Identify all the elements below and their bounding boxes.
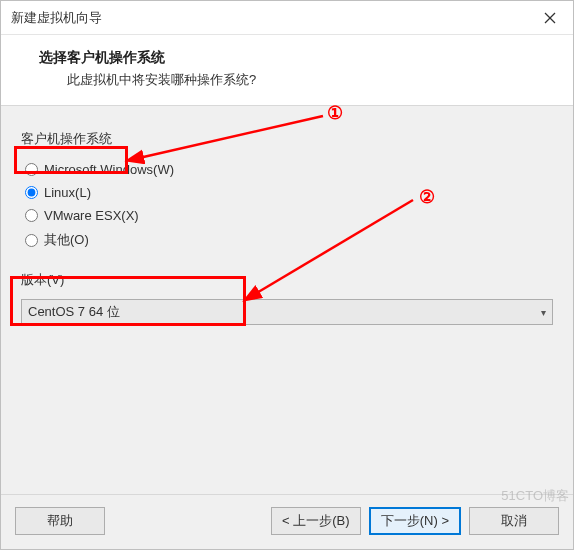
wizard-header: 选择客户机操作系统 此虚拟机中将安装哪种操作系统? bbox=[1, 35, 573, 106]
version-select-wrap: CentOS 7 64 位 ▾ bbox=[21, 299, 553, 325]
version-selected: CentOS 7 64 位 bbox=[28, 303, 120, 321]
radio-label: Microsoft Windows(W) bbox=[44, 162, 174, 177]
cancel-button[interactable]: 取消 bbox=[469, 507, 559, 535]
radio-label: VMware ESX(X) bbox=[44, 208, 139, 223]
page-title: 选择客户机操作系统 bbox=[39, 49, 551, 67]
back-button[interactable]: < 上一步(B) bbox=[271, 507, 361, 535]
next-button[interactable]: 下一步(N) > bbox=[369, 507, 461, 535]
version-label: 版本(V) bbox=[21, 271, 553, 289]
version-select[interactable]: CentOS 7 64 位 ▾ bbox=[21, 299, 553, 325]
guest-os-label: 客户机操作系统 bbox=[21, 130, 553, 148]
annotation-marker-1: ① bbox=[327, 102, 343, 124]
radio-linux[interactable]: Linux(L) bbox=[25, 181, 553, 204]
radio-label: 其他(O) bbox=[44, 231, 89, 249]
close-icon bbox=[544, 12, 556, 24]
radio-input[interactable] bbox=[25, 163, 38, 176]
wizard-footer: 帮助 < 上一步(B) 下一步(N) > 取消 bbox=[1, 494, 573, 549]
close-button[interactable] bbox=[527, 1, 573, 34]
guest-os-radios: Microsoft Windows(W) Linux(L) VMware ESX… bbox=[25, 158, 553, 253]
wizard-body: 客户机操作系统 Microsoft Windows(W) Linux(L) VM… bbox=[1, 106, 573, 494]
radio-input[interactable] bbox=[25, 234, 38, 247]
chevron-down-icon: ▾ bbox=[541, 307, 546, 318]
radio-other[interactable]: 其他(O) bbox=[25, 227, 553, 253]
radio-input[interactable] bbox=[25, 209, 38, 222]
page-subtitle: 此虚拟机中将安装哪种操作系统? bbox=[67, 71, 551, 89]
titlebar: 新建虚拟机向导 bbox=[1, 1, 573, 35]
window-title: 新建虚拟机向导 bbox=[11, 9, 102, 27]
help-button[interactable]: 帮助 bbox=[15, 507, 105, 535]
radio-windows[interactable]: Microsoft Windows(W) bbox=[25, 158, 553, 181]
wizard-window: 新建虚拟机向导 选择客户机操作系统 此虚拟机中将安装哪种操作系统? 客户机操作系… bbox=[0, 0, 574, 550]
radio-label: Linux(L) bbox=[44, 185, 91, 200]
radio-vmware-esx[interactable]: VMware ESX(X) bbox=[25, 204, 553, 227]
radio-input[interactable] bbox=[25, 186, 38, 199]
